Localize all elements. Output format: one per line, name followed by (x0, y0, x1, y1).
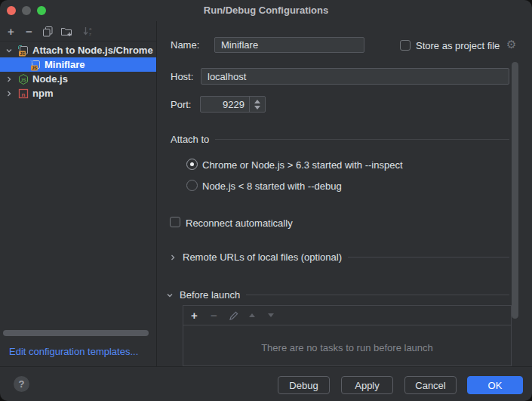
name-label: Name: (171, 39, 199, 51)
sort-configurations-icon[interactable]: a z (81, 25, 94, 38)
folder-plus-icon (60, 26, 72, 37)
attach-config-icon: JS (17, 45, 29, 57)
remote-urls-section-label: Remote URLs of local files (optional) (183, 251, 342, 263)
title-bar: Run/Debug Configurations (0, 0, 532, 21)
dialog-footer: ? Debug Apply Cancel OK (0, 366, 532, 401)
chevron-right-icon[interactable] (169, 254, 177, 261)
reconnect-automatically-checkbox[interactable] (170, 217, 180, 227)
sidebar-horizontal-scrollbar[interactable] (3, 330, 149, 336)
svg-text:JS: JS (32, 66, 37, 70)
port-value: 9229 (201, 99, 249, 110)
apply-button[interactable]: Apply (341, 376, 393, 394)
radio-chrome-inspect-label: Chrome or Node.js > 6.3 started with --i… (202, 159, 403, 171)
tree-item-attach-to-nodejs-chrome[interactable]: JS Attach to Node.js/Chrome (0, 43, 156, 57)
run-debug-configurations-dialog: Run/Debug Configurations + − (0, 0, 532, 401)
gear-icon[interactable]: ⚙ (506, 38, 516, 51)
name-value: Miniflare (221, 39, 258, 51)
port-label: Port: (171, 99, 191, 110)
port-spinner[interactable]: 9229 (200, 96, 266, 113)
svg-text:JS: JS (20, 77, 26, 82)
npm-icon: n (17, 88, 29, 100)
dialog-title: Run/Debug Configurations (0, 5, 532, 16)
before-launch-section[interactable]: Before launch (166, 289, 509, 301)
cancel-button[interactable]: Cancel (404, 376, 457, 394)
before-launch-empty-text: There are no tasks to run before launch (183, 342, 511, 353)
svg-text:n: n (22, 91, 26, 97)
configurations-tree: JS Attach to Node.js/Chrome JS Min (0, 43, 156, 100)
nodejs-icon: JS (17, 73, 29, 85)
tree-item-label: Node.js (32, 73, 68, 85)
new-folder-icon[interactable] (60, 25, 72, 38)
port-stepper[interactable] (249, 97, 265, 112)
svg-text:z: z (89, 32, 91, 36)
decrement-icon[interactable] (254, 106, 260, 110)
radio-node-debug[interactable] (186, 180, 198, 191)
tree-item-label: Attach to Node.js/Chrome (32, 45, 153, 56)
add-configuration-icon[interactable]: + (5, 25, 17, 38)
ok-button[interactable]: OK (467, 376, 523, 394)
tree-item-label: Miniflare (45, 59, 85, 70)
chevron-down-icon[interactable] (166, 291, 174, 299)
edit-configuration-templates-link[interactable]: Edit configuration templates... (9, 346, 138, 357)
increment-icon[interactable] (254, 100, 260, 103)
host-label: Host: (171, 71, 193, 82)
help-button[interactable]: ? (14, 376, 29, 392)
before-launch-panel: + − There are no tasks to run before la (183, 305, 512, 366)
section-separator (348, 257, 509, 258)
form-vertical-scrollbar[interactable] (512, 62, 518, 319)
debug-button[interactable]: Debug (278, 376, 330, 394)
attach-config-icon: JS (29, 59, 42, 71)
tree-item-npm[interactable]: n npm (0, 86, 156, 100)
chevron-right-icon[interactable] (5, 90, 14, 97)
configurations-sidebar: + − a z (0, 21, 157, 366)
sort-az-icon: a z (82, 26, 94, 37)
remote-urls-section[interactable]: Remote URLs of local files (optional) (169, 251, 509, 263)
edit-task-icon[interactable] (227, 309, 240, 322)
attach-to-section-label: Attach to (171, 134, 209, 145)
add-task-icon[interactable]: + (188, 309, 201, 322)
attach-to-section: Attach to (171, 134, 509, 145)
remove-task-icon[interactable]: − (208, 309, 220, 322)
svg-text:a: a (89, 26, 92, 31)
configuration-form: Name: Miniflare Store as project file ⚙ … (157, 21, 532, 366)
sidebar-toolbar: + − a z (0, 21, 156, 42)
section-separator (246, 295, 509, 295)
remove-configuration-icon[interactable]: − (23, 25, 35, 38)
tree-item-label: npm (32, 88, 53, 99)
reconnect-automatically-label: Reconnect automatically (186, 217, 293, 229)
radio-chrome-inspect[interactable] (186, 159, 198, 170)
copy-icon (42, 26, 54, 37)
before-launch-toolbar: + − (183, 306, 511, 325)
chevron-right-icon[interactable] (5, 76, 14, 83)
radio-node-debug-label: Node.js < 8 started with --debug (202, 180, 342, 192)
section-separator (215, 139, 509, 140)
svg-text:JS: JS (20, 51, 25, 56)
move-task-down-icon[interactable] (264, 309, 277, 322)
host-input[interactable]: localhost (201, 68, 509, 85)
tree-item-miniflare[interactable]: JS Miniflare (0, 57, 156, 72)
name-input[interactable]: Miniflare (214, 37, 364, 53)
host-value: localhost (208, 71, 246, 82)
chevron-down-icon[interactable] (5, 47, 14, 54)
move-task-up-icon[interactable] (245, 309, 258, 322)
tree-item-nodejs[interactable]: JS Node.js (0, 72, 156, 86)
store-as-project-file-label: Store as project file (416, 40, 500, 51)
copy-configuration-icon[interactable] (42, 25, 54, 38)
store-as-project-file-checkbox[interactable] (400, 40, 411, 51)
pencil-icon (229, 310, 239, 321)
before-launch-section-label: Before launch (180, 289, 240, 301)
